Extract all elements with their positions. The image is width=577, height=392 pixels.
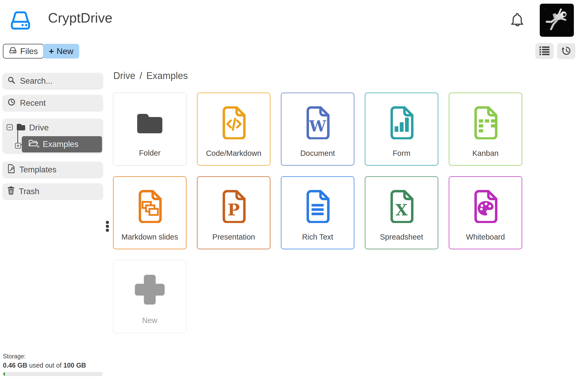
card-document[interactable]: WDocument <box>281 93 354 166</box>
card-label: Document <box>300 149 335 158</box>
spreadsheet-icon: X <box>387 189 416 223</box>
file-type-grid: Folder Code/Markdown WDocument Form Kanb… <box>113 93 522 333</box>
card-spreadsheet[interactable]: XSpreadsheet <box>365 176 438 249</box>
tree-examples-label: Examples <box>43 140 78 149</box>
svg-text:P: P <box>228 200 240 219</box>
trash-label: Trash <box>19 187 39 196</box>
clock-icon <box>7 98 16 108</box>
template-file-icon <box>7 164 15 176</box>
richtext-icon <box>303 189 332 223</box>
history-icon <box>561 46 571 56</box>
breadcrumb-separator: / <box>140 70 142 81</box>
search-input[interactable] <box>19 76 98 86</box>
storage-progress-bar <box>3 372 103 376</box>
card-code[interactable]: Code/Markdown <box>197 93 270 166</box>
collapse-toggle-icon[interactable] <box>7 123 13 133</box>
recent-label: Recent <box>20 98 46 108</box>
card-richtext[interactable]: Rich Text <box>281 176 354 249</box>
cryptdrive-logo-icon <box>9 9 32 33</box>
card-whiteboard[interactable]: Whiteboard <box>449 176 522 249</box>
card-kanban[interactable]: Kanban <box>449 93 522 166</box>
search-box[interactable] <box>3 73 103 89</box>
drive-icon <box>9 46 17 56</box>
history-button[interactable] <box>557 43 575 59</box>
tree-item-drive[interactable]: Drive <box>7 123 49 133</box>
sidebar-resize-handle[interactable] <box>106 221 109 232</box>
trash-icon <box>7 186 15 197</box>
sidebar-item-templates[interactable]: Templates <box>3 162 103 177</box>
card-label: Spreadsheet <box>380 233 423 241</box>
new-icon <box>131 273 168 307</box>
storage-panel: Storage: 0.46 GB used out of 100 GB <box>3 353 103 376</box>
card-label: Rich Text <box>302 233 333 241</box>
card-folder[interactable]: Folder <box>113 93 186 166</box>
new-button[interactable]: + New <box>43 44 79 59</box>
storage-total: 100 GB <box>63 362 86 369</box>
storage-between: used out of <box>27 362 63 369</box>
folder-icon <box>134 105 165 139</box>
card-label: Presentation <box>212 233 255 241</box>
storage-used: 0.46 GB <box>3 362 27 369</box>
svg-text:X: X <box>396 201 408 219</box>
breadcrumb-examples[interactable]: Examples <box>146 70 188 81</box>
card-slides[interactable]: Markdown slides <box>113 176 186 249</box>
kanban-icon <box>471 105 500 140</box>
tree-drive-label: Drive <box>29 123 49 133</box>
svg-text:W: W <box>309 117 327 135</box>
tree-item-examples[interactable]: Examples <box>22 136 102 152</box>
card-label: New <box>142 316 157 325</box>
plus-icon: + <box>49 46 54 56</box>
files-button[interactable]: Files <box>3 44 44 59</box>
card-label: Form <box>393 149 410 158</box>
sidebar-drive-tree: Drive Examples <box>3 119 103 153</box>
document-icon: W <box>303 105 332 140</box>
files-button-label: Files <box>20 46 38 56</box>
folder-open-icon <box>28 139 39 150</box>
storage-usage-text: 0.46 GB used out of 100 GB <box>3 362 103 369</box>
slides-icon <box>135 189 164 223</box>
code-icon <box>219 105 248 140</box>
card-label: Kanban <box>472 149 499 158</box>
breadcrumb: Drive / Examples <box>113 70 188 81</box>
card-label: Markdown slides <box>121 233 178 241</box>
form-icon <box>387 105 416 140</box>
expand-toggle-icon[interactable] <box>15 141 21 151</box>
card-new[interactable]: New <box>113 260 186 333</box>
card-form[interactable]: Form <box>365 93 438 166</box>
list-view-button[interactable] <box>535 43 554 59</box>
storage-heading: Storage: <box>3 353 103 360</box>
sidebar-item-recent[interactable]: Recent <box>3 95 103 111</box>
whiteboard-icon <box>471 189 500 223</box>
search-icon <box>7 76 15 86</box>
sidebar-item-trash[interactable]: Trash <box>3 184 103 199</box>
breadcrumb-drive[interactable]: Drive <box>113 70 135 81</box>
card-presentation[interactable]: PPresentation <box>197 176 270 249</box>
card-label: Whiteboard <box>466 233 505 241</box>
card-label: Folder <box>139 149 161 157</box>
presentation-icon: P <box>219 189 248 223</box>
avatar[interactable] <box>540 4 574 37</box>
page-title: CryptDrive <box>48 10 113 26</box>
new-button-label: New <box>57 46 73 56</box>
notifications-bell-icon[interactable] <box>510 12 525 28</box>
card-label: Code/Markdown <box>206 149 261 158</box>
storage-progress-fill <box>3 372 5 376</box>
list-view-icon <box>539 46 549 56</box>
templates-label: Templates <box>19 165 56 174</box>
